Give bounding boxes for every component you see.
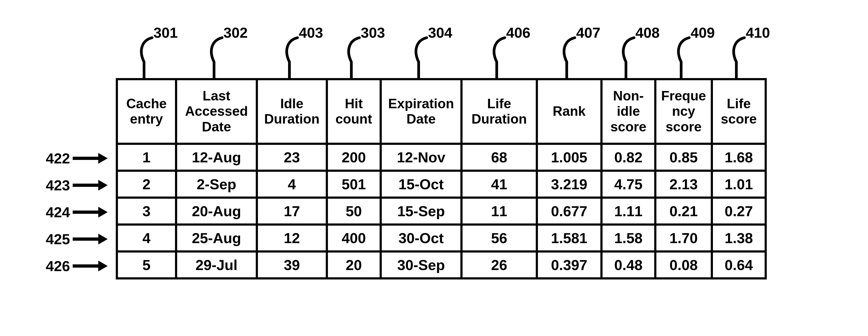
- arrow-right-icon: [73, 177, 108, 193]
- row-ref-label-group: 423: [46, 172, 108, 199]
- table-cell: 0.48: [601, 251, 655, 278]
- table-cell: 3: [117, 197, 176, 224]
- table-cell: 5: [117, 251, 176, 278]
- table-cell: 25-Aug: [176, 224, 257, 251]
- table-cell: 12-Nov: [381, 144, 461, 171]
- table-cell: 1.58: [601, 224, 655, 251]
- table-cell: 2-Sep: [176, 171, 257, 197]
- leader-line-icon: [611, 35, 665, 81]
- table-cell: 20-Aug: [176, 197, 257, 224]
- table-cell: 50: [327, 197, 381, 224]
- table-cell: 11: [461, 197, 537, 224]
- table-cell: 0.677: [537, 197, 601, 224]
- row-ref-label: 424: [46, 204, 70, 220]
- table-cell: 41: [461, 171, 537, 197]
- table-cell: 15-Oct: [381, 171, 461, 197]
- svg-marker-5: [98, 207, 108, 217]
- table-row: 425-Aug1240030-Oct561.5811.581.701.38: [117, 224, 766, 251]
- leader-line-icon: [275, 35, 329, 81]
- table-cell: 0.82: [601, 144, 655, 171]
- table-cell: 0.21: [655, 197, 712, 224]
- table-cell: 23: [257, 144, 327, 171]
- table-cell: 1.01: [712, 171, 766, 197]
- table-row: 320-Aug175015-Sep110.6771.110.210.27: [117, 197, 766, 224]
- svg-marker-3: [98, 180, 108, 191]
- table-cell: 501: [327, 171, 381, 197]
- row-ref-label-group: 424: [46, 199, 108, 225]
- table-cell: 12: [257, 224, 327, 251]
- column-header: Last Accessed Date: [176, 79, 257, 144]
- table-cell: 1: [117, 144, 176, 171]
- leader-line-icon: [199, 35, 253, 81]
- leader-line-icon: [482, 35, 536, 81]
- column-header: Rank: [537, 79, 601, 144]
- table-cell: 30-Sep: [381, 251, 461, 278]
- row-ref-label: 422: [46, 150, 70, 167]
- column-header: Hit count: [327, 79, 381, 144]
- arrow-right-icon: [73, 150, 108, 166]
- column-header: Idle Duration: [257, 79, 327, 144]
- figure: 301302403303304406407408409410 422423424…: [116, 24, 767, 279]
- table-cell: 3.219: [537, 171, 601, 197]
- column-header: Freque ncy score: [655, 79, 712, 144]
- leader-line-icon: [129, 35, 183, 81]
- table-cell: 26: [461, 251, 537, 278]
- table-cell: 30-Oct: [381, 224, 461, 251]
- table-cell: 12-Aug: [176, 144, 257, 171]
- table-cell: 17: [257, 197, 327, 224]
- stage: 301302403303304406407408409410 422423424…: [0, 0, 868, 336]
- table-cell: 0.85: [655, 144, 712, 171]
- table-cell: 400: [327, 224, 381, 251]
- table-cell: 1.005: [537, 144, 601, 171]
- svg-marker-9: [98, 261, 108, 271]
- table-cell: 4: [117, 224, 176, 251]
- svg-marker-7: [98, 234, 108, 244]
- column-header: Non-idle score: [601, 79, 655, 144]
- table-cell: 15-Sep: [381, 197, 461, 224]
- table-cell: 0.27: [712, 197, 766, 224]
- row-ref-label-group: 426: [46, 252, 108, 279]
- leader-line-icon: [721, 35, 775, 81]
- column-header: Life Duration: [461, 79, 537, 144]
- table-row: 22-Sep450115-Oct413.2194.752.131.01: [117, 171, 766, 197]
- table-cell: 0.08: [655, 251, 712, 278]
- table-row: 529-Jul392030-Sep260.3970.480.080.64: [117, 251, 766, 278]
- table-cell: 1.11: [601, 197, 655, 224]
- table-cell: 68: [461, 144, 537, 171]
- table-cell: 1.68: [712, 144, 766, 171]
- row-ref-label: 426: [46, 258, 70, 274]
- table-cell: 2.13: [655, 171, 712, 197]
- column-header: Life score: [712, 79, 766, 144]
- table-cell: 56: [461, 224, 537, 251]
- table-cell: 4.75: [601, 171, 655, 197]
- table-cell: 4: [257, 171, 327, 197]
- table-cell: 29-Jul: [176, 251, 257, 278]
- table-row: 112-Aug2320012-Nov681.0050.820.851.68: [117, 144, 766, 171]
- row-ref-label-group: 425: [46, 225, 108, 252]
- row-ref-label-group: 422: [46, 145, 108, 172]
- table-cell: 0.64: [712, 251, 766, 278]
- table-cell: 39: [257, 251, 327, 278]
- row-ref-label: 425: [46, 231, 70, 247]
- cache-metrics-table: Cache entryLast Accessed DateIdle Durati…: [116, 78, 767, 279]
- table-cell: 1.581: [537, 224, 601, 251]
- arrow-right-icon: [73, 204, 108, 220]
- row-ref-label: 423: [46, 177, 70, 193]
- table-cell: 2: [117, 171, 176, 197]
- column-ref-labels: 301302403303304406407408409410: [116, 24, 765, 78]
- table-wrap: 422423424425426 Cache entryLast Accessed…: [116, 78, 767, 279]
- arrow-right-icon: [73, 231, 108, 247]
- column-header: Cache entry: [117, 79, 176, 144]
- table-cell: 20: [327, 251, 381, 278]
- leader-line-icon: [337, 35, 391, 81]
- table-cell: 200: [327, 144, 381, 171]
- svg-marker-1: [98, 153, 108, 164]
- leader-line-icon: [552, 35, 606, 81]
- arrow-right-icon: [73, 258, 108, 274]
- leader-line-icon: [666, 35, 720, 81]
- table-cell: 0.397: [537, 251, 601, 278]
- table-cell: 1.70: [655, 224, 712, 251]
- table-cell: 1.38: [712, 224, 766, 251]
- column-header: Expiration Date: [381, 79, 461, 144]
- leader-line-icon: [404, 35, 458, 81]
